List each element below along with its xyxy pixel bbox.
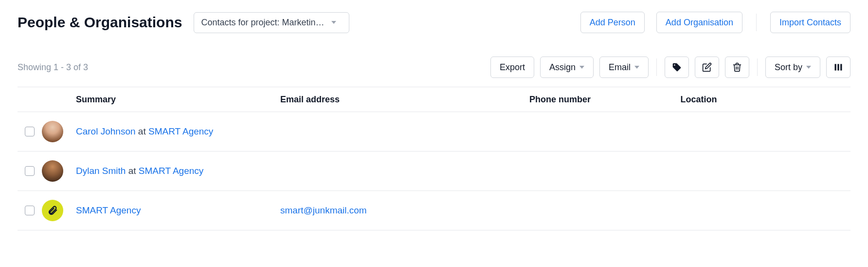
- svg-rect-2: [840, 64, 842, 70]
- avatar[interactable]: [42, 121, 63, 142]
- export-button[interactable]: Export: [490, 57, 534, 78]
- import-contacts-button[interactable]: Import Contacts: [770, 12, 850, 33]
- svg-rect-1: [837, 64, 839, 70]
- col-location: Location: [681, 95, 717, 104]
- person-link[interactable]: Dylan Smith: [76, 166, 126, 176]
- chevron-down-icon: [331, 21, 336, 24]
- sort-button[interactable]: Sort by: [765, 57, 820, 78]
- org-link[interactable]: SMART Agency: [76, 205, 141, 215]
- divider: [757, 58, 758, 76]
- assign-button[interactable]: Assign: [540, 57, 594, 78]
- row-checkbox[interactable]: [25, 166, 35, 176]
- chevron-down-icon: [806, 66, 811, 69]
- col-phone: Phone number: [529, 95, 591, 104]
- contacts-table: Summary Email address Phone number Locat…: [18, 87, 850, 230]
- email-link[interactable]: smart@junkmail.com: [280, 205, 367, 215]
- edit-button[interactable]: [695, 57, 719, 78]
- tag-button[interactable]: [665, 57, 689, 78]
- col-summary: Summary: [76, 95, 116, 104]
- showing-count: Showing 1 - 3 of 3: [18, 62, 88, 73]
- table-row: Carol Johnson at SMART Agency: [18, 112, 850, 152]
- add-person-button[interactable]: Add Person: [580, 12, 645, 33]
- chevron-down-icon: [634, 66, 639, 69]
- page-title: People & Organisations: [18, 14, 182, 31]
- filter-label: Contacts for project: Marketin…: [201, 18, 324, 28]
- svg-rect-0: [835, 64, 836, 70]
- table-row: Dylan Smith at SMART Agency: [18, 152, 850, 191]
- edit-icon: [702, 62, 712, 72]
- org-link[interactable]: SMART Agency: [139, 166, 203, 176]
- person-link[interactable]: Carol Johnson: [76, 126, 136, 136]
- columns-icon: [833, 62, 843, 72]
- table-row: SMART Agency smart@junkmail.com: [18, 191, 850, 230]
- org-link[interactable]: SMART Agency: [148, 126, 213, 136]
- avatar[interactable]: [42, 200, 63, 221]
- assign-label: Assign: [549, 62, 576, 73]
- row-checkbox[interactable]: [25, 127, 35, 136]
- add-organisation-button[interactable]: Add Organisation: [656, 12, 742, 33]
- at-text: at: [138, 126, 146, 136]
- email-label: Email: [609, 62, 631, 73]
- at-text: at: [128, 166, 136, 176]
- columns-button[interactable]: [826, 57, 850, 78]
- trash-icon: [732, 62, 742, 72]
- row-checkbox[interactable]: [25, 206, 35, 215]
- email-button[interactable]: Email: [599, 57, 649, 78]
- toolbar: Showing 1 - 3 of 3 Export Assign Email S…: [18, 57, 850, 78]
- paperclip-icon: [47, 205, 58, 216]
- sort-label: Sort by: [775, 62, 802, 73]
- tag-icon: [672, 62, 682, 72]
- divider: [656, 58, 657, 76]
- filter-dropdown[interactable]: Contacts for project: Marketin…: [194, 12, 349, 33]
- avatar[interactable]: [42, 160, 63, 182]
- header: People & Organisations Contacts for proj…: [18, 12, 850, 33]
- table-header: Summary Email address Phone number Locat…: [18, 87, 850, 112]
- chevron-down-icon: [579, 66, 584, 69]
- delete-button[interactable]: [725, 57, 749, 78]
- col-email: Email address: [280, 95, 340, 104]
- divider: [756, 14, 757, 31]
